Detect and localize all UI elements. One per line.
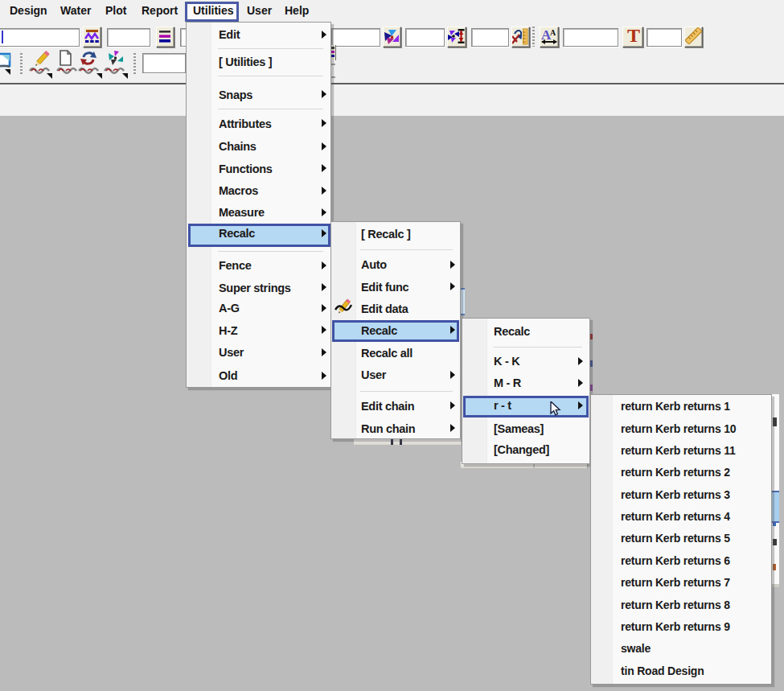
svg-text:A: A bbox=[550, 28, 556, 37]
